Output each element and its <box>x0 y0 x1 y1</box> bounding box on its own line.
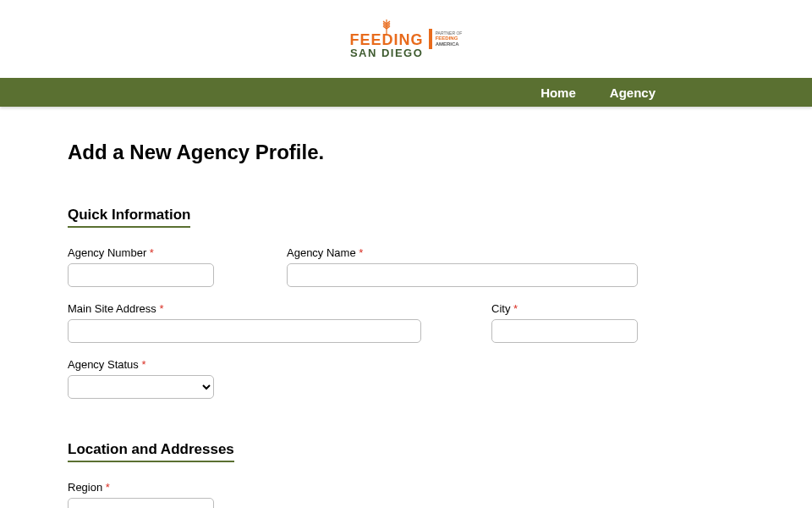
section-quick-information: Quick Information Agency Number * Agency… <box>68 207 744 399</box>
header-logo-area: FEEDING SAN DIEGO PARTNER OF FEEDING AME… <box>0 0 812 78</box>
content-area: Add a New Agency Profile. Quick Informat… <box>0 107 812 508</box>
page-title: Add a New Agency Profile. <box>68 141 744 164</box>
section-heading-location: Location and Addresses <box>68 441 234 462</box>
logo[interactable]: FEEDING SAN DIEGO PARTNER OF FEEDING AME… <box>350 19 463 58</box>
label-city: City * <box>491 302 638 315</box>
agency-number-input[interactable] <box>68 263 214 287</box>
nav-bar: Home Agency <box>0 78 812 107</box>
label-agency-number: Agency Number * <box>68 246 214 259</box>
city-input[interactable] <box>491 319 638 343</box>
logo-partner-badge: PARTNER OF FEEDING AMERICA <box>429 29 463 49</box>
logo-feeding-text: FEEDING <box>350 33 424 47</box>
label-main-site-address: Main Site Address * <box>68 302 421 315</box>
agency-name-input[interactable] <box>287 263 638 287</box>
label-agency-status: Agency Status * <box>68 358 214 371</box>
label-agency-name: Agency Name * <box>287 246 638 259</box>
nav-agency[interactable]: Agency <box>593 86 672 100</box>
agency-status-select[interactable] <box>68 375 214 399</box>
region-input[interactable] <box>68 498 214 508</box>
label-region: Region * <box>68 481 214 494</box>
section-heading-quick-info: Quick Information <box>68 207 190 228</box>
logo-sandiego-text: SAN DIEGO <box>350 47 423 58</box>
section-location-addresses: Location and Addresses Region * San Dieg… <box>68 441 744 508</box>
nav-home[interactable]: Home <box>524 86 593 100</box>
main-site-address-input[interactable] <box>68 319 421 343</box>
